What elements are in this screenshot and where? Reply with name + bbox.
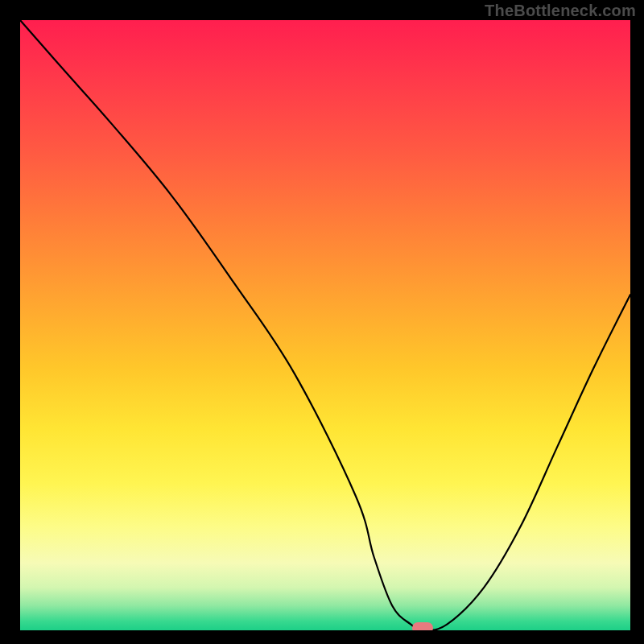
plot-area xyxy=(20,20,630,630)
watermark-text: TheBottleneck.com xyxy=(485,2,636,20)
bottleneck-curve xyxy=(20,20,630,630)
chart-frame: TheBottleneck.com xyxy=(0,0,644,644)
optimal-marker xyxy=(412,622,433,630)
